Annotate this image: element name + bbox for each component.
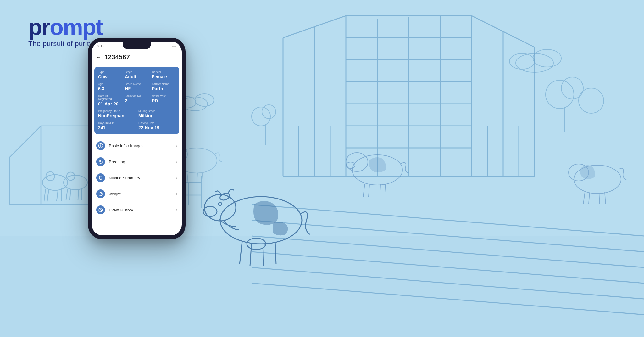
cow-id-title: 1234567: [104, 53, 130, 61]
milking-chevron: ›: [176, 176, 177, 180]
breeding-icon: [96, 157, 105, 166]
menu-item-event-history[interactable]: Event History ›: [92, 202, 182, 218]
age-label: Age: [98, 82, 122, 86]
svg-line-41: [44, 189, 46, 201]
menu-item-weight[interactable]: weight ›: [92, 186, 182, 202]
weight-chevron: ›: [176, 192, 177, 196]
milking-stage-field: Milking Stage Milking: [138, 110, 175, 118]
lactation-field: Lactation No 2: [125, 94, 148, 106]
breeding-label: Breeding: [109, 160, 176, 164]
gender-label: Gender: [152, 70, 175, 74]
svg-line-80: [380, 184, 380, 197]
type-label: Type: [98, 70, 122, 74]
phone-frame: 2:19 ▪▪▪▪ ← 1234567 Type Cow Stage: [88, 38, 186, 239]
event-history-label: Event History: [109, 208, 176, 212]
weight-label: weight: [109, 192, 176, 196]
svg-line-94: [202, 172, 203, 183]
calving-label: Calving Date: [138, 121, 175, 125]
svg-line-93: [197, 173, 197, 183]
info-row-4: Pregnancy Status NonPregnant Milking Sta…: [98, 110, 175, 118]
dashed-indicator: [186, 109, 226, 149]
pregnancy-field: Pregnancy Status NonPregnant: [98, 110, 135, 118]
weight-icon: [96, 189, 105, 198]
svg-line-86: [599, 193, 600, 204]
svg-line-101: [99, 160, 100, 160]
farmer-value: Parth: [152, 86, 175, 91]
svg-line-42: [47, 189, 49, 201]
gender-field: Gender Female: [152, 70, 175, 79]
milking-label: Milking Summary: [109, 176, 176, 180]
calving-field: Calving Date 22-Nov-19: [138, 121, 175, 130]
cow-info-card: Type Cow Stage Adult Gender Female: [94, 67, 179, 134]
info-row-2: Age 6.3 Breed Name HF Farmer Name Parth: [98, 82, 175, 91]
breeding-chevron: ›: [176, 160, 177, 164]
farmer-field: Farmer Name Parth: [152, 82, 175, 91]
svg-point-63: [195, 94, 214, 106]
date-reg-value: 01-Apr-20: [98, 101, 122, 106]
svg-rect-0: [0, 236, 644, 337]
svg-line-84: [583, 193, 585, 204]
menu-list: Basic Info / Images › Breedin: [92, 137, 182, 219]
menu-item-milking[interactable]: Milking Summary ›: [92, 170, 182, 186]
days-milk-value: 241: [98, 125, 135, 130]
milking-stage-label: Milking Stage: [138, 110, 175, 113]
svg-point-54: [579, 88, 604, 113]
milking-icon: [96, 173, 105, 182]
logo-text: prompt: [28, 16, 103, 38]
next-event-field: Next Event PD: [152, 94, 175, 106]
svg-point-56: [252, 107, 270, 126]
basic-info-chevron: ›: [176, 143, 177, 148]
status-time: 2:19: [97, 44, 104, 48]
svg-line-48: [70, 189, 71, 200]
svg-point-69: [219, 202, 222, 205]
milking-stage-value: Milking: [138, 113, 175, 118]
event-history-chevron: ›: [176, 208, 177, 212]
lactation-label: Lactation No: [125, 94, 148, 98]
svg-point-106: [100, 194, 101, 194]
menu-item-basic-info[interactable]: Basic Info / Images ›: [92, 138, 182, 154]
age-field: Age 6.3: [98, 82, 122, 91]
phone-screen: 2:19 ▪▪▪▪ ← 1234567 Type Cow Stage: [92, 42, 182, 235]
breed-field: Breed Name HF: [125, 82, 148, 91]
calving-value: 22-Nov-19: [138, 125, 175, 130]
type-value: Cow: [98, 74, 122, 79]
svg-line-47: [66, 189, 68, 200]
pregnancy-value: NonPregnant: [98, 113, 135, 118]
lactation-value: 2: [125, 98, 148, 103]
phone-notch: [123, 42, 151, 49]
svg-line-85: [589, 193, 590, 204]
stage-value: Adult: [125, 74, 148, 79]
back-button[interactable]: ←: [96, 54, 101, 60]
breed-label: Breed Name: [125, 82, 148, 86]
next-event-value: PD: [152, 98, 175, 103]
svg-line-81: [385, 184, 386, 197]
svg-line-92: [187, 173, 188, 183]
logo-ompt: ompt: [50, 14, 103, 40]
svg-line-78: [363, 184, 365, 197]
svg-line-49: [78, 189, 79, 200]
farmer-label: Farmer Name: [152, 82, 175, 86]
date-reg-field: Date Of Registered 01-Apr-20: [98, 94, 122, 106]
days-milk-field: Days In Milk 241: [98, 121, 135, 130]
menu-item-breeding[interactable]: Breeding ›: [92, 154, 182, 170]
svg-point-60: [533, 49, 561, 67]
app-header: ← 1234567: [92, 50, 182, 64]
event-history-icon: [96, 205, 105, 214]
phone-mockup: 2:19 ▪▪▪▪ ← 1234567 Type Cow Stage: [88, 38, 186, 239]
svg-line-72: [264, 243, 264, 266]
svg-line-87: [605, 192, 606, 204]
gender-value: Female: [152, 74, 175, 79]
age-value: 6.3: [98, 86, 122, 91]
stage-field: Stage Adult: [125, 70, 148, 79]
svg-line-79: [369, 185, 369, 197]
svg-point-51: [546, 80, 574, 109]
status-icons: ▪▪▪▪: [172, 44, 176, 48]
svg-line-102: [101, 160, 101, 160]
basic-info-icon: [96, 141, 105, 150]
basic-info-label: Basic Info / Images: [109, 143, 176, 148]
pregnancy-label: Pregnancy Status: [98, 110, 135, 113]
info-row-3: Date Of Registered 01-Apr-20 Lactation N…: [98, 94, 175, 106]
stage-label: Stage: [125, 70, 148, 74]
info-row-1: Type Cow Stage Adult Gender Female: [98, 70, 175, 79]
days-milk-label: Days In Milk: [98, 121, 135, 125]
